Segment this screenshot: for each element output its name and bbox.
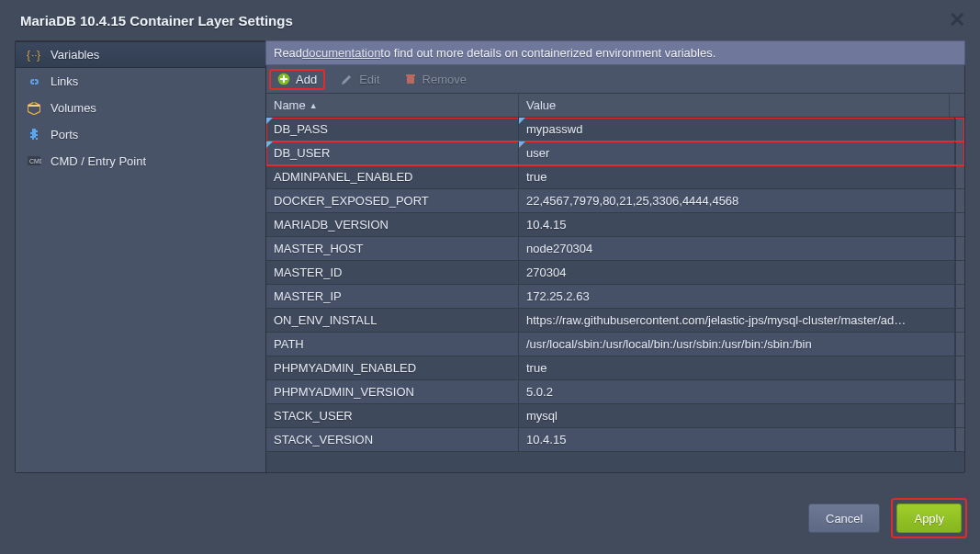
table-row[interactable]: DB_USERuser — [266, 141, 964, 165]
cell-name[interactable]: PHPMYADMIN_ENABLED — [266, 356, 519, 379]
sidebar-item-cmd-entry-point[interactable]: CMDCMD / Entry Point — [16, 148, 265, 175]
scroll-gutter — [955, 189, 964, 212]
edit-label: Edit — [359, 73, 379, 86]
table-rows: DB_PASSmypasswdDB_USERuserADMINPANEL_ENA… — [266, 118, 964, 472]
cell-name[interactable]: MASTER_IP — [266, 285, 519, 308]
cell-name[interactable]: STACK_USER — [266, 404, 519, 427]
info-prefix: Read — [274, 46, 302, 60]
dialog-body: {··}VariablesLinksVolumesPortsCMDCMD / E… — [15, 40, 965, 473]
table-row[interactable]: PHPMYADMIN_VERSION5.0.2 — [266, 380, 964, 404]
apply-highlight: Apply — [893, 500, 965, 537]
cell-value[interactable]: 10.4.15 — [519, 213, 955, 236]
editable-indicator-icon — [519, 141, 525, 148]
cell-value[interactable]: 270304 — [519, 261, 955, 284]
scroll-gutter — [955, 333, 964, 356]
sidebar-icon — [27, 100, 41, 115]
scroll-gutter — [955, 165, 964, 188]
cell-name[interactable]: MASTER_HOST — [266, 237, 519, 260]
cell-name[interactable]: MASTER_ID — [266, 261, 519, 284]
edit-button[interactable]: Edit — [333, 70, 387, 89]
scroll-gutter — [955, 404, 964, 427]
cell-name[interactable]: STACK_VERSION — [266, 428, 519, 451]
table-row[interactable]: STACK_VERSION10.4.15 — [266, 428, 964, 452]
table-row[interactable]: PATH/usr/local/sbin:/usr/local/bin:/usr/… — [266, 333, 964, 356]
sidebar-item-label: Links — [51, 74, 78, 88]
sidebar-item-label: CMD / Entry Point — [51, 154, 146, 168]
documentation-link[interactable]: documentation — [302, 46, 380, 60]
cell-value[interactable]: mysql — [519, 404, 955, 427]
remove-button[interactable]: Remove — [397, 70, 474, 89]
cell-value[interactable]: node270304 — [519, 237, 955, 260]
table-row[interactable]: MASTER_HOSTnode270304 — [266, 237, 964, 261]
cell-name[interactable]: DB_USER — [266, 141, 519, 164]
table-row[interactable]: STACK_USERmysql — [266, 404, 964, 428]
sidebar-icon: {··} — [27, 48, 41, 62]
col-header-name[interactable]: Name ▲ — [266, 94, 519, 117]
footer: Cancel Apply — [15, 495, 965, 541]
col-header-value[interactable]: Value — [519, 94, 950, 117]
scroll-gutter — [955, 141, 964, 164]
remove-label: Remove — [422, 73, 467, 86]
sidebar-item-label: Volumes — [51, 101, 96, 115]
col-name-label: Name — [274, 98, 306, 112]
sidebar-item-label: Ports — [51, 128, 78, 141]
col-value-label: Value — [526, 98, 556, 112]
editable-indicator-icon — [266, 141, 273, 148]
table-row[interactable]: ON_ENV_INSTALLhttps://raw.githubusercont… — [266, 309, 964, 333]
svg-rect-9 — [406, 74, 415, 76]
editable-indicator-icon — [266, 118, 273, 124]
table-row[interactable]: MASTER_IP172.25.2.63 — [266, 285, 964, 309]
pencil-icon — [341, 73, 354, 85]
cell-name[interactable]: ON_ENV_INSTALL — [266, 309, 519, 332]
cell-value[interactable]: true — [519, 165, 955, 188]
scroll-gutter — [955, 428, 964, 451]
sidebar-item-label: Variables — [51, 48, 99, 62]
sidebar-item-links[interactable]: Links — [16, 68, 265, 95]
cell-value[interactable]: mypasswd — [519, 118, 955, 141]
sidebar-item-ports[interactable]: Ports — [16, 121, 265, 148]
sidebar: {··}VariablesLinksVolumesPortsCMDCMD / E… — [16, 41, 266, 472]
cell-value[interactable]: true — [519, 356, 955, 379]
cell-name[interactable]: PHPMYADMIN_VERSION — [266, 380, 519, 403]
close-icon[interactable]: ✕ — [949, 10, 965, 30]
cell-value[interactable]: 10.4.15 — [519, 428, 955, 451]
cell-name[interactable]: DOCKER_EXPOSED_PORT — [266, 189, 519, 212]
table-row[interactable]: DOCKER_EXPOSED_PORT22,4567,7979,80,21,25… — [266, 189, 964, 213]
sidebar-icon — [27, 127, 41, 141]
cancel-button[interactable]: Cancel — [808, 503, 880, 533]
cell-name[interactable]: PATH — [266, 333, 519, 356]
apply-button[interactable]: Apply — [896, 503, 962, 533]
table-row[interactable]: ADMINPANEL_ENABLEDtrue — [266, 165, 964, 189]
sidebar-icon: CMD — [27, 153, 41, 168]
table-row[interactable]: MARIADB_VERSION10.4.15 — [266, 213, 964, 237]
cell-value[interactable]: 5.0.2 — [519, 380, 955, 403]
toolbar: Add Edit Remove — [266, 65, 964, 94]
trash-icon — [404, 73, 417, 85]
table-row[interactable]: MASTER_ID270304 — [266, 261, 964, 285]
scroll-gutter — [955, 237, 964, 260]
cell-name[interactable]: DB_PASS — [266, 118, 519, 141]
cell-value[interactable]: user — [519, 141, 955, 164]
sidebar-icon — [27, 73, 41, 88]
cell-value[interactable]: 22,4567,7979,80,21,25,3306,4444,4568 — [519, 189, 955, 212]
cell-value[interactable]: 172.25.2.63 — [519, 285, 955, 308]
scroll-gutter — [955, 380, 964, 403]
cell-value[interactable]: /usr/local/sbin:/usr/local/bin:/usr/sbin… — [519, 333, 955, 356]
cell-name[interactable]: ADMINPANEL_ENABLED — [266, 165, 519, 188]
cell-name[interactable]: MARIADB_VERSION — [266, 213, 519, 236]
sidebar-item-volumes[interactable]: Volumes — [16, 95, 265, 121]
sort-asc-icon: ▲ — [310, 101, 318, 110]
table-row[interactable]: PHPMYADMIN_ENABLEDtrue — [266, 356, 964, 380]
sidebar-item-variables[interactable]: {··}Variables — [16, 41, 265, 68]
scroll-gutter-head — [950, 94, 964, 117]
cell-value[interactable]: https://raw.githubusercontent.com/jelast… — [519, 309, 955, 332]
table-header: Name ▲ Value — [266, 94, 964, 118]
scroll-gutter — [955, 285, 964, 308]
plus-icon — [277, 73, 290, 85]
add-button[interactable]: Add — [270, 70, 324, 89]
svg-text:{: { — [27, 49, 30, 62]
svg-rect-8 — [407, 76, 414, 84]
svg-text:CMD: CMD — [29, 158, 41, 164]
table-row[interactable]: DB_PASSmypasswd — [266, 118, 964, 141]
add-label: Add — [296, 73, 317, 86]
